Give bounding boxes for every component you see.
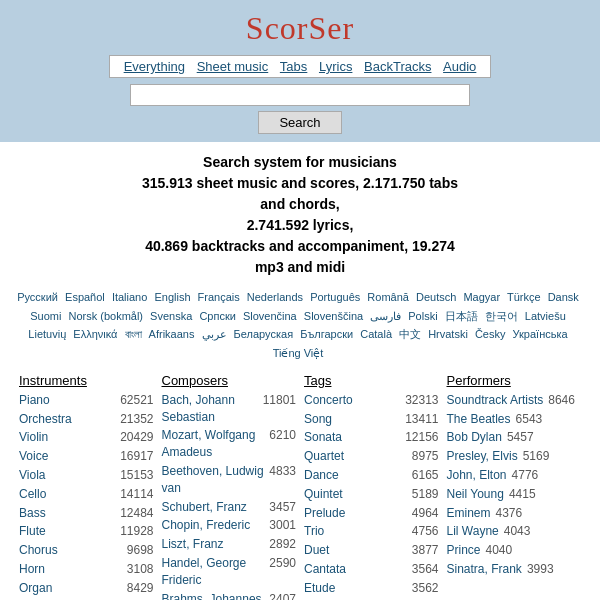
nav-audio[interactable]: Audio [443,59,476,74]
language-link[interactable]: Русский [17,291,58,303]
language-link[interactable]: English [154,291,190,303]
item-name[interactable]: Sinatra, Frank [447,561,522,578]
item-name[interactable]: Dance [304,467,339,484]
item-name[interactable]: Presley, Elvis [447,448,518,465]
item-name[interactable]: Trio [304,523,324,540]
item-name[interactable]: Schubert, Franz [162,499,247,516]
search-input[interactable] [130,84,470,106]
item-name[interactable]: Flute [19,523,46,540]
item-name[interactable]: Chopin, Frederic [162,517,251,534]
item-name[interactable]: Lil Wayne [447,523,499,540]
language-link[interactable]: Magyar [463,291,500,303]
nav-tabs[interactable]: Tabs [280,59,307,74]
item-name[interactable]: Cello [19,486,46,503]
item-name[interactable]: Bass [19,505,46,522]
item-name[interactable]: Concerto [304,392,353,409]
nav-sheet-music[interactable]: Sheet music [197,59,269,74]
language-link[interactable]: 한국어 [485,310,518,322]
item-name[interactable]: Sonata [304,429,342,446]
tags-header: Tags [304,373,439,388]
item-name[interactable]: Neil Young [447,486,504,503]
language-link[interactable]: Беларуская [234,328,294,340]
list-item: Duet3877 [304,542,439,559]
language-link[interactable]: Português [310,291,360,303]
language-link[interactable]: Hrvatski [428,328,468,340]
item-count: 4833 [269,463,296,497]
language-link[interactable]: Tiếng Việt [273,347,324,359]
language-link[interactable]: Türkçe [507,291,541,303]
language-link[interactable]: Deutsch [416,291,456,303]
language-link[interactable]: Română [367,291,409,303]
item-name[interactable]: Brahms, Johannes [162,591,262,600]
language-link[interactable]: 日本語 [445,310,478,322]
item-count: 8646 [548,392,575,409]
item-name[interactable]: Soundtrack Artists [447,392,544,409]
item-name[interactable]: Organ [19,580,52,597]
item-name[interactable]: Viola [19,467,45,484]
language-link[interactable]: عربي [202,328,227,340]
list-item: Sinatra, Frank3993 [447,561,582,578]
language-link[interactable]: Français [198,291,240,303]
language-link[interactable]: 中文 [399,328,421,340]
list-item: Chopin, Frederic3001 [162,517,297,534]
item-name[interactable]: Beethoven, Ludwig van [162,463,267,497]
item-name[interactable]: Quartet [304,448,344,465]
language-link[interactable]: Italiano [112,291,147,303]
language-link[interactable]: Español [65,291,105,303]
language-link[interactable]: Svenska [150,310,192,322]
item-name[interactable]: Quintet [304,486,343,503]
item-name[interactable]: Horn [19,561,45,578]
item-name[interactable]: Prince [447,542,481,559]
item-name[interactable]: Eminem [447,505,491,522]
language-link[interactable]: Slovenčina [243,310,297,322]
item-name[interactable]: Orchestra [19,411,72,428]
language-link[interactable]: Polski [408,310,437,322]
list-item: The Beatles6543 [447,411,582,428]
item-name[interactable]: Handel, George Frideric [162,555,267,589]
list-item: Eminem4376 [447,505,582,522]
nav-backtracks[interactable]: BackTracks [364,59,431,74]
nav-everything[interactable]: Everything [124,59,185,74]
language-link[interactable]: Afrikaans [149,328,195,340]
item-name[interactable]: Piano [19,392,50,409]
language-link[interactable]: Lietuvių [28,328,66,340]
item-name[interactable]: Violin [19,429,48,446]
list-item: Mozart, Wolfgang Amadeus6210 [162,427,297,461]
item-name[interactable]: Cantata [304,561,346,578]
item-name[interactable]: John, Elton [447,467,507,484]
language-link[interactable]: বাংলা [125,328,142,340]
language-link[interactable]: Nederlands [247,291,303,303]
language-link[interactable]: Српски [199,310,235,322]
item-name[interactable]: Bob Dylan [447,429,502,446]
item-name[interactable]: Prelude [304,505,345,522]
item-count: 3108 [127,561,154,578]
item-name[interactable]: Voice [19,448,48,465]
language-link[interactable]: Latviešu [525,310,566,322]
item-count: 4776 [512,467,539,484]
nav-bar: Everything Sheet music Tabs Lyrics BackT… [109,55,492,78]
language-link[interactable]: Česky [475,328,506,340]
language-link[interactable]: Slovenščina [304,310,363,322]
item-name[interactable]: The Beatles [447,411,511,428]
language-link[interactable]: Български [300,328,353,340]
item-count: 3001 [269,517,296,534]
tags-column: Tags Concerto32313Song13411Sonata12156Qu… [300,373,443,600]
language-link[interactable]: Català [360,328,392,340]
language-link[interactable]: Українська [513,328,568,340]
search-button[interactable]: Search [258,111,341,134]
language-link[interactable]: Suomi [30,310,61,322]
item-name[interactable]: Mozart, Wolfgang Amadeus [162,427,267,461]
item-name[interactable]: Song [304,411,332,428]
language-link[interactable]: فارسی [370,310,401,322]
language-link[interactable]: Dansk [548,291,579,303]
item-name[interactable]: Bach, Johann Sebastian [162,392,260,426]
item-name[interactable]: Duet [304,542,329,559]
language-link[interactable]: Ελληνικά [73,328,117,340]
language-link[interactable]: Norsk (bokmål) [68,310,143,322]
item-name[interactable]: Etude [304,580,335,597]
list-item: Orchestra21352 [19,411,154,428]
list-item: Dance6165 [304,467,439,484]
item-name[interactable]: Chorus [19,542,58,559]
item-name[interactable]: Liszt, Franz [162,536,224,553]
nav-lyrics[interactable]: Lyrics [319,59,352,74]
